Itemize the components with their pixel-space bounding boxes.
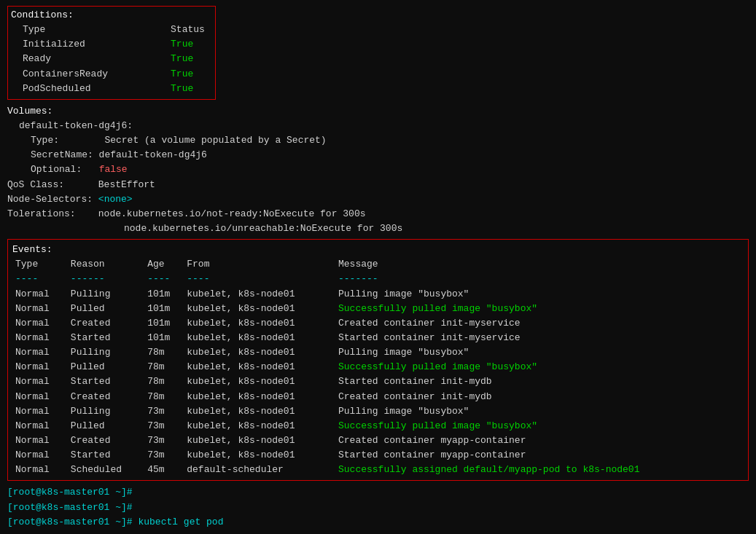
event-from: kubelet, k8s-node01 — [187, 360, 338, 374]
event-row-1: Normal Pulled 101m kubelet, k8s-node01 S… — [12, 302, 744, 316]
dash-reason: ------ — [71, 272, 147, 286]
dash-message: ------- — [338, 272, 744, 286]
event-type: Normal — [12, 331, 71, 345]
volumes-optional-label: Optional: false — [31, 164, 128, 175]
event-row-6: Normal Started 78m kubelet, k8s-node01 S… — [12, 374, 744, 389]
event-row-10: Normal Created 73m kubelet, k8s-node01 C… — [12, 433, 744, 448]
event-from: kubelet, k8s-node01 — [187, 287, 338, 302]
col-from: From — [187, 257, 338, 272]
event-reason: Pulling — [71, 345, 147, 360]
event-row-2: Normal Created 101m kubelet, k8s-node01 … — [12, 316, 744, 331]
col-status-header: Status — [112, 23, 209, 37]
event-age: 101m — [147, 331, 187, 345]
condition-containersready-status: True — [112, 67, 209, 82]
event-from: default-scheduler — [187, 463, 338, 477]
event-row-12: Normal Scheduled 45m default-scheduler S… — [12, 463, 744, 477]
conditions-section: Conditions: Type Status Initialized True… — [7, 6, 216, 100]
event-reason: Created — [71, 390, 147, 404]
event-reason: Created — [71, 316, 147, 331]
col-age: Age — [147, 257, 187, 272]
event-age: 101m — [147, 302, 187, 316]
volumes-type-label: Type: Secret (a volume populated by a Se… — [31, 135, 327, 146]
event-row-0: Normal Pulling 101m kubelet, k8s-node01 … — [12, 287, 744, 302]
event-from: kubelet, k8s-node01 — [187, 331, 338, 345]
event-age: 101m — [147, 287, 187, 302]
volumes-secret-label: SecretName: default-token-dg4j6 — [31, 149, 207, 160]
event-type: Normal — [12, 419, 71, 433]
event-reason: Pulled — [71, 302, 147, 316]
event-age: 78m — [147, 374, 187, 389]
event-age: 101m — [147, 316, 187, 331]
events-header-row: Type Reason Age From Message — [12, 257, 744, 272]
event-age: 73m — [147, 404, 187, 419]
col-reason: Reason — [71, 257, 147, 272]
condition-podscheduled-status: True — [112, 82, 209, 96]
volumes-optional-value: false — [99, 164, 128, 175]
dash-type: ---- — [12, 272, 71, 286]
node-selectors-value: <none> — [98, 194, 133, 205]
event-reason: Pulling — [71, 404, 147, 419]
event-from: kubelet, k8s-node01 — [187, 316, 338, 331]
event-type: Normal — [12, 433, 71, 448]
event-from: kubelet, k8s-node01 — [187, 419, 338, 433]
event-type: Normal — [12, 448, 71, 463]
event-message: Created container init-myservice — [338, 316, 744, 331]
event-message: Started container init-myservice — [338, 331, 744, 345]
col-message: Message — [338, 257, 744, 272]
volumes-title: Volumes: — [7, 106, 52, 117]
dash-age: ---- — [147, 272, 187, 286]
event-row-5: Normal Pulled 78m kubelet, k8s-node01 Su… — [12, 360, 744, 374]
col-type: Type — [12, 257, 71, 272]
events-table: Type Reason Age From Message ---- ------… — [12, 257, 744, 477]
event-reason: Started — [71, 331, 147, 345]
pod-col-ready: READY — [73, 531, 116, 534]
pod-col-status: STATUS — [116, 531, 171, 534]
condition-initialized-status: True — [112, 37, 209, 52]
event-type: Normal — [12, 374, 71, 389]
condition-row-podscheduled: PodScheduled True — [11, 82, 209, 96]
col-type-header: Type — [11, 23, 112, 37]
volumes-name: default-token-dg4j6: — [19, 120, 133, 131]
events-title: Events: — [12, 243, 744, 257]
event-message: Successfully pulled image "busybox" — [338, 302, 744, 316]
event-row-4: Normal Pulling 78m kubelet, k8s-node01 P… — [12, 345, 744, 360]
event-from: kubelet, k8s-node01 — [187, 302, 338, 316]
qos-line: QoS Class: BestEffort — [7, 178, 749, 192]
event-reason: Started — [71, 448, 147, 463]
event-type: Normal — [12, 463, 71, 477]
event-reason: Scheduled — [71, 463, 147, 477]
pod-col-age: AGE — [230, 531, 262, 534]
event-from: kubelet, k8s-node01 — [187, 345, 338, 360]
event-age: 78m — [147, 345, 187, 360]
event-message: Created container init-mydb — [338, 390, 744, 404]
event-reason: Pulled — [71, 360, 147, 374]
event-from: kubelet, k8s-node01 — [187, 404, 338, 419]
event-from: kubelet, k8s-node01 — [187, 390, 338, 404]
condition-row-ready: Ready True — [11, 52, 209, 66]
condition-initialized-type: Initialized — [11, 37, 112, 52]
volumes-section: Volumes: default-token-dg4j6: Type: Secr… — [7, 104, 749, 178]
event-type: Normal — [12, 345, 71, 360]
event-row-3: Normal Started 101m kubelet, k8s-node01 … — [12, 331, 744, 345]
dash-from: ---- — [187, 272, 338, 286]
event-age: 73m — [147, 448, 187, 463]
event-reason: Created — [71, 433, 147, 448]
event-type: Normal — [12, 390, 71, 404]
bottom-section: [root@k8s-master01 ~]# [root@k8s-master0… — [7, 485, 749, 534]
event-row-7: Normal Created 78m kubelet, k8s-node01 C… — [12, 390, 744, 404]
condition-row-initialized: Initialized True — [11, 37, 209, 52]
condition-podscheduled-type: PodScheduled — [11, 82, 112, 96]
condition-row-containersready: ContainersReady True — [11, 67, 209, 82]
event-from: kubelet, k8s-node01 — [187, 374, 338, 389]
event-age: 45m — [147, 463, 187, 477]
event-reason: Pulling — [71, 287, 147, 302]
event-age: 78m — [147, 390, 187, 404]
event-message: Successfully assigned default/myapp-pod … — [338, 463, 744, 477]
condition-ready-type: Ready — [11, 52, 112, 66]
event-message: Successfully pulled image "busybox" — [338, 360, 744, 374]
event-from: kubelet, k8s-node01 — [187, 433, 338, 448]
event-message: Pulling image "busybox" — [338, 404, 744, 419]
event-message: Started container myapp-container — [338, 448, 744, 463]
event-message: Successfully pulled image "busybox" — [338, 419, 744, 433]
prompt-3: [root@k8s-master01 ~]# kubectl get pod — [7, 515, 749, 530]
